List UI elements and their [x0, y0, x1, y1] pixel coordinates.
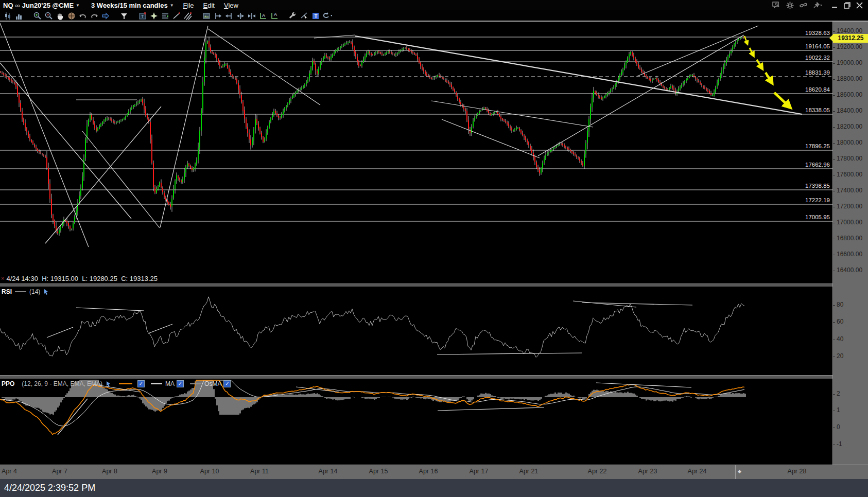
close-marker-icon[interactable]: × — [1, 275, 4, 281]
axis-tick-mark — [833, 322, 835, 323]
low-value: 19280.25 — [90, 275, 117, 282]
maximize-icon[interactable] — [844, 2, 850, 9]
axis-scale-b-icon[interactable]: A — [269, 11, 280, 21]
price-level-label: 17222.19 — [805, 197, 830, 203]
time-axis-marker-icon[interactable]: ◆ — [738, 469, 741, 474]
rsi-title[interactable]: RSI — [2, 288, 12, 295]
menu-file[interactable]: File — [183, 2, 194, 9]
price-tick-label: 19200.00 — [837, 43, 862, 50]
rsi-pointer-icon[interactable] — [43, 289, 49, 295]
pan-hand-icon[interactable] — [55, 11, 65, 21]
price-tick-label: 16600.00 — [837, 251, 862, 258]
price-tick-label: 17000.00 — [837, 219, 862, 226]
wrench-icon[interactable] — [288, 11, 298, 21]
axis-tick-mark — [833, 255, 835, 255]
axis-tick-mark — [833, 394, 835, 395]
ppo-checkbox[interactable]: ✓ — [137, 380, 145, 387]
rsi-trendline — [47, 327, 73, 338]
trendline — [637, 26, 758, 76]
symbol-label[interactable]: NQ — [3, 2, 13, 9]
crosshair-icon[interactable] — [66, 11, 77, 21]
chat-search-icon[interactable] — [772, 2, 780, 9]
menu-edit[interactable]: Edit — [203, 2, 215, 9]
axis-tick-mark — [833, 31, 835, 32]
price-tick-label: 16400.00 — [837, 267, 862, 274]
time-axis-separator — [735, 465, 736, 479]
main-price-chart[interactable]: 19328.6319164.0519022.3218831.3918620.84… — [0, 22, 832, 283]
parallel-lines-icon[interactable] — [183, 11, 193, 21]
link-icon[interactable] — [800, 2, 808, 9]
price-levels-icon[interactable] — [160, 11, 170, 21]
date-label: Apr 7 — [52, 468, 67, 475]
date-label: Apr 8 — [102, 468, 117, 475]
rsi-panel[interactable] — [0, 286, 832, 375]
high-label: H: — [42, 275, 48, 282]
date-label: Apr 10 — [200, 468, 219, 475]
close-label: C: — [121, 275, 128, 282]
svg-text:T: T — [141, 14, 144, 19]
price-level-label: 18831.39 — [805, 69, 830, 76]
brush-icon[interactable] — [149, 11, 159, 21]
redo-icon[interactable] — [89, 11, 99, 21]
collapse-horizontal-icon[interactable] — [247, 11, 257, 21]
trading-app-window: NQ ∞ Jun20'25 @CME ▼ 3 Weeks/15 min cand… — [0, 0, 868, 497]
extend-left-icon[interactable] — [224, 11, 234, 21]
axis-scale-a-icon[interactable]: A — [258, 11, 268, 21]
filter-icon[interactable] — [119, 11, 129, 21]
axis-tick-mark — [833, 191, 835, 191]
undo-icon[interactable] — [78, 11, 88, 21]
candlestick-chart-icon[interactable] — [3, 11, 13, 21]
menu-view[interactable]: View — [224, 2, 238, 9]
ppo-title[interactable]: PPO — [2, 380, 14, 387]
price-tick-label: 19400.00 — [837, 27, 862, 34]
trendline-icon[interactable] — [171, 11, 182, 21]
price-axis[interactable]: 19312.25 19400.0019200.0019000.0018800.0… — [832, 22, 868, 479]
axis-tick-mark — [833, 271, 835, 271]
zoom-out-icon[interactable] — [44, 11, 54, 21]
contract-dropdown-caret[interactable]: ▼ — [76, 3, 80, 8]
settings-gear-icon[interactable] — [786, 2, 794, 9]
contract-label[interactable]: Jun20'25 @CME — [22, 2, 74, 9]
high-value: 19315.00 — [50, 275, 78, 282]
toolbar: T A A T — [0, 10, 868, 22]
date-label: Apr 21 — [519, 468, 539, 475]
time-axis[interactable]: Apr 4Apr 7Apr 8Apr 9Apr 10Apr 11Apr 14Ap… — [0, 465, 868, 479]
ma-checkbox[interactable]: ✓ — [177, 380, 184, 387]
close-icon[interactable] — [856, 2, 863, 9]
extend-right-icon[interactable] — [213, 11, 223, 21]
ppo-tick-label: 0 — [837, 423, 840, 431]
axis-tick-mark — [833, 111, 835, 112]
price-tick-label: 18400.00 — [837, 107, 862, 114]
candle-wicks — [1, 36, 745, 236]
down-candles — [0, 37, 745, 233]
refresh-icon[interactable] — [322, 11, 332, 21]
text-tool-icon[interactable]: T — [310, 11, 321, 21]
price-level-label: 19328.63 — [805, 30, 830, 36]
osma-checkbox[interactable]: ✓ — [223, 380, 231, 387]
minimize-icon[interactable] — [831, 2, 838, 9]
osma-line-swatch — [190, 383, 201, 384]
jump-forward-icon[interactable] — [100, 11, 111, 21]
price-level-label: 18338.05 — [805, 107, 830, 113]
pointer-line-icon[interactable] — [299, 11, 309, 21]
pin-icon[interactable] — [813, 2, 823, 9]
timeframe-dropdown-caret[interactable]: ▼ — [170, 3, 174, 8]
timeframe-label[interactable]: 3 Weeks/15 min candles — [91, 2, 168, 9]
expand-horizontal-icon[interactable] — [235, 11, 246, 21]
svg-text:A: A — [274, 12, 277, 17]
ppo-panel[interactable] — [0, 378, 832, 465]
yellow-arrow-annotation — [750, 48, 754, 56]
date-label: Apr 11 — [250, 468, 269, 475]
zoom-in-icon[interactable] — [32, 11, 43, 21]
axis-tick-mark — [833, 95, 835, 96]
ppo-pointer-icon[interactable] — [106, 381, 112, 387]
axis-tick-mark — [833, 79, 835, 80]
status-bar: 4/24/2025 2:39:52 PM — [0, 479, 868, 497]
indicator-window-icon[interactable]: T — [137, 11, 148, 21]
image-icon[interactable] — [201, 11, 212, 21]
ppo-trendline — [58, 399, 88, 435]
price-tick-label: 18600.00 — [837, 91, 862, 98]
bar-chart-icon[interactable] — [14, 11, 24, 21]
trendline — [0, 23, 89, 247]
svg-text:T: T — [315, 13, 318, 19]
